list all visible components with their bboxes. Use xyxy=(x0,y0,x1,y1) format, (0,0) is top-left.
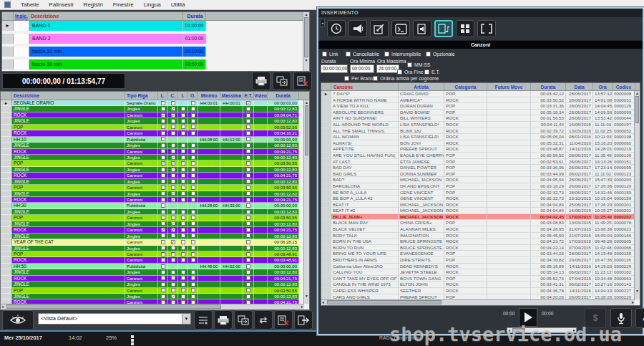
flag-o[interactable] xyxy=(188,130,198,136)
flag-i[interactable] xyxy=(178,251,188,257)
flag-l[interactable] xyxy=(158,294,168,299)
flag-i[interactable] xyxy=(178,209,188,215)
flag-i[interactable] xyxy=(178,227,188,233)
flag-l[interactable] xyxy=(158,125,168,130)
flag-i[interactable] xyxy=(178,191,188,197)
flag-l[interactable]: ✓ xyxy=(158,160,168,166)
band-row[interactable]: fascia 50 min00:50:00 xyxy=(2,59,309,69)
flag-c[interactable] xyxy=(168,288,178,294)
flag-o[interactable] xyxy=(188,125,198,130)
playlist-row[interactable]: POPCanzoni00:03:50,55 xyxy=(1,185,309,191)
playlist-row[interactable]: JINGLEJingles00:00:12,83 xyxy=(1,118,309,124)
playlist-row[interactable]: ROCKCanzoni✓✓00:04:04,71 xyxy=(1,112,309,118)
playlist-row[interactable]: ROCKCanzoni✓00:04:21,75 xyxy=(1,197,309,203)
flag-i[interactable] xyxy=(178,106,188,112)
flag-i[interactable] xyxy=(178,288,188,294)
flag-et[interactable] xyxy=(243,203,254,208)
flag-et[interactable] xyxy=(243,160,254,166)
flag-c[interactable]: ✓ xyxy=(168,227,178,233)
flag-c[interactable] xyxy=(168,100,178,106)
songs-horizontal-scrollbar[interactable]: ◄► xyxy=(321,299,635,305)
song-row[interactable]: BRING ME TO YOUR LIFEEVANESCENCEPOP00:03… xyxy=(321,251,640,257)
expand-button[interactable] xyxy=(477,20,496,37)
flag-o[interactable] xyxy=(188,269,198,275)
band-row[interactable]: fascia 10 min00:10:00 xyxy=(2,47,309,57)
flag-c[interactable] xyxy=(168,185,178,191)
flag-et[interactable] xyxy=(243,191,254,197)
flag-o[interactable] xyxy=(188,160,198,166)
export-button[interactable] xyxy=(273,72,291,90)
playlist-row[interactable]: HH:30PubblicitàHH:28:00HH:32:0000:00:00,… xyxy=(1,203,309,208)
flag-c[interactable] xyxy=(168,137,178,143)
flag-l[interactable] xyxy=(158,173,168,178)
playlist-row[interactable]: ►SEGNALE ORARIOSegnale OrarioHH:00:01HH:… xyxy=(1,100,309,106)
flag-et[interactable] xyxy=(243,209,254,215)
flag-c[interactable] xyxy=(168,251,178,257)
flag-o[interactable] xyxy=(188,221,198,227)
song-row[interactable]: BARCELONADK AND EPSILON?POP00:03:18,2926… xyxy=(321,183,640,190)
flag-et[interactable] xyxy=(243,137,254,143)
song-row[interactable]: AIN'T NO SUNSHINE!BILL WHITERSROCK00:01:… xyxy=(321,115,640,122)
flag-c[interactable] xyxy=(168,257,178,263)
flag-l[interactable] xyxy=(158,179,168,185)
flag-l[interactable] xyxy=(158,276,168,282)
flag-c[interactable]: ✓ xyxy=(168,106,178,112)
flag-l[interactable] xyxy=(158,185,168,191)
flag-l[interactable] xyxy=(158,221,168,227)
songs-col-codice[interactable]: Codice xyxy=(613,83,635,90)
flag-l[interactable] xyxy=(158,282,168,287)
flag-o[interactable] xyxy=(188,251,198,257)
flag-l[interactable] xyxy=(158,130,168,136)
playlist-row[interactable]: ROCKCanzoni00:04:21,75 xyxy=(1,149,309,155)
flag-c[interactable]: ✓ xyxy=(168,221,178,227)
bands-vertical-scrollbar[interactable]: ▲▼ xyxy=(303,12,309,71)
playlist-row[interactable]: JINGLEJingles00:00:12,83 xyxy=(1,234,309,239)
flag-c[interactable] xyxy=(168,209,178,215)
flag-et[interactable] xyxy=(243,106,254,112)
song-row[interactable]: BAD GIRLSDONNA SUMMERPOP00:03:44,9906/02… xyxy=(321,171,640,178)
announce-button[interactable] xyxy=(348,20,367,37)
song-row[interactable]: CANDLE IN THE WIND 1973ELTON JOHNROCK00:… xyxy=(321,282,640,288)
flag-o[interactable] xyxy=(188,264,198,269)
flag-l[interactable] xyxy=(158,100,168,106)
flag-l[interactable] xyxy=(158,234,168,239)
opzionale-checkbox[interactable]: Opzionale xyxy=(426,52,455,57)
song-row[interactable]: ALL WOMANLISA STANSFIELD\ROCK00:05:06,04… xyxy=(321,134,640,140)
flag-i[interactable] xyxy=(178,112,188,118)
flag-l[interactable]: ✓ xyxy=(158,112,168,118)
flag-c[interactable] xyxy=(168,246,178,251)
flag-c[interactable]: ✓ xyxy=(168,112,178,118)
flag-c[interactable] xyxy=(168,179,178,185)
playlist-row[interactable]: ROCKCanzoni00:04:16,21 xyxy=(1,130,309,136)
flag-l[interactable] xyxy=(158,203,168,208)
ordina-artista-checkbox[interactable]: Ordina artista per cognome xyxy=(373,76,439,81)
flag-c[interactable] xyxy=(168,264,178,269)
flag-l[interactable] xyxy=(158,143,168,148)
flag-l[interactable] xyxy=(158,167,168,173)
songs-vertical-scrollbar[interactable]: ▲▼ xyxy=(634,91,640,299)
flag-o[interactable] xyxy=(188,143,198,148)
flag-l[interactable] xyxy=(158,215,168,221)
playlist-row[interactable]: POPCanzoni00:03:52,56 xyxy=(1,125,309,130)
flag-et[interactable] xyxy=(243,197,254,203)
playlist-row[interactable]: JINGLEJingles00:00:12,83 xyxy=(1,209,309,215)
flag-et[interactable] xyxy=(243,215,254,221)
song-row[interactable]: ABSOLUTE BEGINNERSDAVID BOWIE'POP00:05:1… xyxy=(321,110,640,116)
song-row[interactable]: BODY TALKIMAGINATIONROCK00:05:45,5021/07… xyxy=(321,233,640,239)
flag-i[interactable] xyxy=(178,179,188,185)
flag-o[interactable] xyxy=(188,167,198,173)
flag-c[interactable] xyxy=(168,125,178,130)
flag-et[interactable] xyxy=(243,143,254,148)
clear-list-button-2[interactable] xyxy=(274,310,293,330)
flag-o[interactable] xyxy=(188,246,198,251)
flag-et[interactable] xyxy=(243,125,254,130)
flag-i[interactable] xyxy=(178,160,188,166)
playlist-row[interactable]: HH:50PubblicitàHH:48:00HH:52:0000:00:00,… xyxy=(1,264,309,269)
mmss-checkbox[interactable]: MM:SS xyxy=(407,62,430,67)
flag-i[interactable] xyxy=(178,282,188,287)
playlist-row[interactable]: POPCanzoni00:03:48,91 xyxy=(1,251,309,257)
flag-i[interactable] xyxy=(178,185,188,191)
song-row[interactable]: ARE YOU STILL HAVING FUN(EAGLE EYE CHERR… xyxy=(321,153,640,159)
microphone-button[interactable] xyxy=(610,308,632,328)
flag-c[interactable] xyxy=(168,118,178,124)
